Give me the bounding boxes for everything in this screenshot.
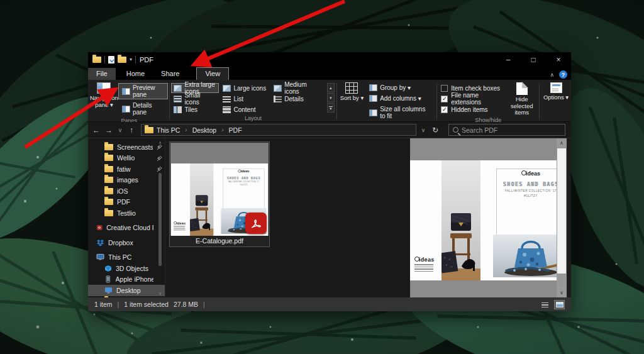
sidebar-item-screencasts[interactable]: Screencasts: [88, 141, 165, 153]
size-all-columns-button[interactable]: Size all columns to fit: [365, 104, 435, 121]
sidebar-item-creative-cloud-files[interactable]: Creative Cloud Files: [88, 223, 165, 234]
gallery-scroll-up-button[interactable]: ▴: [327, 83, 335, 92]
phone-icon: [104, 275, 112, 283]
folder-icon: [104, 177, 113, 183]
properties-icon[interactable]: [108, 56, 114, 64]
layout-large-icons[interactable]: Large icons: [220, 83, 270, 93]
sidebar-item-desktop[interactable]: Desktop: [88, 285, 165, 296]
thumbnail-view-toggle[interactable]: [554, 300, 565, 309]
breadcrumb-pdf[interactable]: PDF: [229, 126, 242, 134]
details-view-toggle[interactable]: [540, 300, 550, 309]
file-item-e-catalogue[interactable]: ideas ideas SHOES AND BAGS FALL/WINTER C…: [169, 141, 270, 247]
sidebar-item-3d-objects[interactable]: 3D Objects: [88, 263, 165, 274]
group-separator: [436, 83, 437, 119]
large-icons-icon: [223, 85, 231, 92]
hidden-items-checkbox[interactable]: Hidden items: [438, 104, 506, 114]
scroll-up-icon[interactable]: ∧: [158, 140, 162, 145]
checkbox-icon: [441, 96, 448, 102]
group-by-button[interactable]: Group by ▾: [365, 83, 435, 92]
sidebar-scrollbar[interactable]: ∧ ∨: [158, 140, 162, 296]
minimize-button[interactable]: –: [496, 52, 521, 67]
forward-icon[interactable]: →: [103, 126, 114, 135]
folder-icon: [104, 188, 113, 194]
scroll-down-icon[interactable]: ∨: [557, 288, 567, 297]
scroll-down-icon[interactable]: ∨: [158, 291, 162, 296]
selection-size: 27.8 MB: [174, 301, 198, 308]
scrollbar-thumb[interactable]: [158, 173, 162, 266]
preview-pane-button[interactable]: Preview pane: [118, 83, 169, 99]
details-view-icon: [274, 96, 282, 102]
list-view-icon: [541, 302, 548, 307]
sidebar-item-testlio[interactable]: Testlio: [88, 207, 165, 219]
up-icon[interactable]: ↑: [126, 126, 137, 135]
search-box[interactable]: [448, 124, 565, 136]
hide-selected-items-button[interactable]: Hide selected items: [506, 81, 538, 116]
sidebar-item-ios[interactable]: iOS: [88, 185, 165, 197]
layout-gallery: Extra large icons Small icons Tiles Larg…: [171, 81, 325, 114]
layout-content[interactable]: Content: [220, 104, 270, 114]
maximize-button[interactable]: □: [521, 52, 546, 67]
breadcrumb-separator-icon: ›: [183, 126, 189, 133]
layout-medium-icons[interactable]: Medium icons: [271, 83, 326, 93]
navigation-pane-button[interactable]: Navigation pane ▾: [90, 81, 118, 108]
sidebar-item-pdf[interactable]: PDF: [88, 197, 165, 208]
hide-selected-items-icon: [516, 82, 528, 95]
qat-divider: [104, 56, 105, 64]
breadcrumb-this-pc[interactable]: This PC: [157, 126, 180, 134]
breadcrumb-desktop[interactable]: Desktop: [192, 126, 217, 134]
medium-icons-icon: [274, 85, 282, 92]
file-name-extensions-checkbox[interactable]: File name extensions: [438, 94, 506, 104]
search-input[interactable]: [462, 126, 561, 134]
file-name[interactable]: E-Catalogue.pdf: [170, 236, 269, 246]
cube-icon: [104, 265, 112, 272]
gallery-more-button[interactable]: ▾: [327, 103, 335, 113]
recent-locations-icon[interactable]: ∨: [116, 127, 125, 133]
preview-scrollbar[interactable]: ∧ ∨: [557, 138, 567, 297]
sidebar-item-this-pc[interactable]: This PC: [88, 252, 165, 263]
address-dropdown-icon[interactable]: ∨: [419, 127, 428, 133]
tiles-icon: [174, 106, 182, 113]
layout-details[interactable]: Details: [271, 94, 326, 104]
qat-dropdown-icon[interactable]: ▾: [130, 57, 132, 62]
back-icon[interactable]: ←: [91, 126, 102, 135]
gallery-scroll-down-button[interactable]: ▾: [327, 93, 335, 102]
brand-logo: ideas: [521, 170, 540, 177]
address-bar-row: ← → ∨ ↑ This PC › Desktop › PDF ∨ ↻: [88, 122, 571, 138]
scrollbar-thumb[interactable]: [557, 148, 566, 274]
catalogue-spread-preview: ideas ideas SHOES AND BAGS FALL/WINTER C…: [410, 160, 557, 280]
sidebar-item-images[interactable]: images: [88, 175, 165, 186]
main-area: Screencasts Wellio fatiw images iOS: [88, 138, 571, 297]
collapse-ribbon-icon[interactable]: ∧: [550, 72, 554, 78]
refresh-icon[interactable]: ↻: [430, 126, 441, 135]
new-folder-icon[interactable]: [118, 57, 126, 63]
sidebar-item-documents[interactable]: Documents: [88, 296, 165, 298]
scroll-up-icon[interactable]: ∧: [557, 138, 567, 148]
pdf-thumbnail: ideas ideas SHOES AND BAGS FALL/WINTER C…: [170, 143, 269, 236]
acrobat-icon: [249, 216, 263, 230]
help-icon[interactable]: ?: [559, 70, 567, 79]
right-page-photo: [493, 235, 557, 277]
tab-home[interactable]: Home: [118, 68, 153, 80]
sidebar-item-dropbox[interactable]: Dropbox: [88, 237, 165, 248]
explorer-app-icon: [92, 57, 101, 63]
sort-by-button[interactable]: Sort by ▾: [338, 81, 365, 102]
tab-file[interactable]: File: [88, 68, 116, 80]
title-bar[interactable]: ▾ PDF – □ ×: [88, 52, 571, 67]
navigation-pane-icon: [97, 82, 111, 94]
details-pane-button[interactable]: Details pane: [118, 101, 169, 117]
tab-share[interactable]: Share: [153, 68, 187, 80]
close-button[interactable]: ×: [546, 52, 571, 67]
brand-logo: ideas: [238, 170, 250, 174]
add-columns-button[interactable]: Add columns ▾: [365, 94, 435, 103]
tab-view[interactable]: View: [196, 67, 229, 80]
sidebar-item-wellio[interactable]: Wellio: [88, 153, 165, 164]
sidebar-item-fatiw[interactable]: fatiw: [88, 163, 165, 175]
options-button[interactable]: Options ▾: [541, 81, 571, 101]
sidebar-item-apple-iphone[interactable]: Apple iPhone: [88, 274, 165, 285]
address-bar[interactable]: This PC › Desktop › PDF: [141, 124, 416, 136]
ribbon-group-current-view: Sort by ▾ Group by ▾ Add columns ▾ Size …: [338, 81, 436, 121]
layout-small-icons[interactable]: Small icons: [171, 94, 219, 104]
file-list-area[interactable]: ideas ideas SHOES AND BAGS FALL/WINTER C…: [165, 138, 410, 297]
layout-tiles[interactable]: Tiles: [171, 104, 219, 114]
layout-list[interactable]: List: [220, 94, 270, 104]
